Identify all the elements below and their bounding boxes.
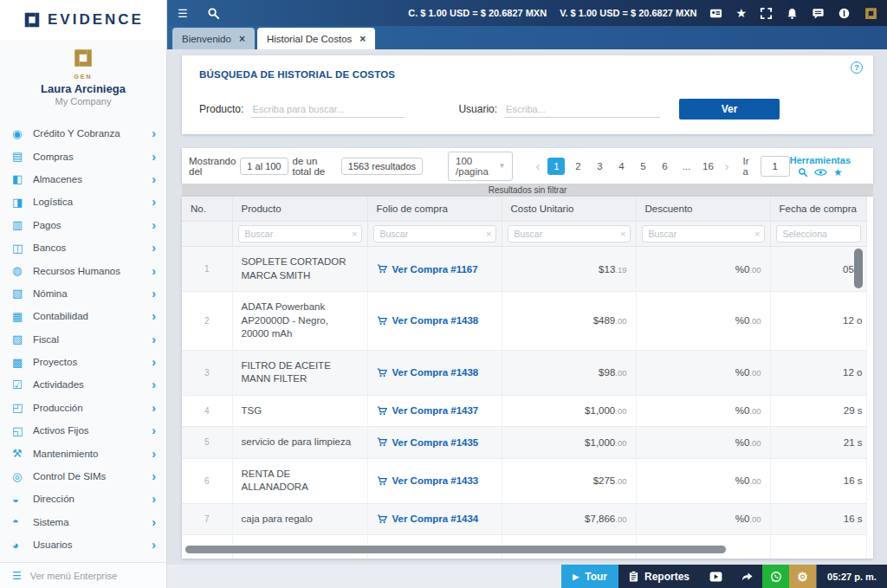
ver-compra-link[interactable]: Ver Compra #1433 — [377, 475, 493, 486]
sidebar-item-icon: ◫ — [12, 242, 33, 254]
sidebar-item[interactable]: ▩ Proyectos › — [0, 351, 166, 373]
favorites-star-icon[interactable]: ★ — [735, 7, 747, 19]
sidebar-item[interactable]: ◒ Dirección › — [0, 488, 166, 510]
sidebar-footer[interactable]: ☰ Ver menú Enterprise — [0, 562, 166, 588]
reportes-button[interactable]: Reportes — [618, 565, 700, 588]
hamburger-menu-icon[interactable]: ☰ — [178, 7, 188, 20]
sidebar: EVIDENCE GEN Laura Arciniega My Company … — [0, 0, 167, 588]
showing-range: 1 al 100 — [240, 158, 288, 175]
sidebar-item[interactable]: ◧ Almacenes › — [0, 168, 166, 191]
page-button[interactable]: 4 — [612, 158, 630, 175]
sidebar-item[interactable]: ◰ Producción › — [0, 397, 166, 419]
sidebar-item[interactable]: ▨ Fiscal › — [0, 328, 166, 351]
messages-chat-icon[interactable] — [812, 7, 825, 20]
page-button[interactable]: 6 — [656, 158, 673, 175]
filter-descuento-input[interactable] — [642, 225, 765, 242]
date-cell: 16 s — [770, 535, 866, 559]
folio-cell: Ver Compra #1437 — [367, 395, 502, 427]
clear-filter-icon[interactable]: × — [486, 229, 491, 239]
table-row: 3 FILTRO DE ACEITE MANN FILTER Ver Compr… — [182, 350, 866, 395]
tools-star-icon[interactable]: ★ — [833, 167, 843, 178]
sidebar-item-label: Usuarios — [33, 540, 152, 550]
ver-compra-link[interactable]: Ver Compra #1434 — [377, 514, 493, 524]
producto-input[interactable] — [250, 101, 405, 118]
sidebar-item-label: Sistema — [33, 517, 152, 527]
page-button[interactable]: 1 — [547, 158, 565, 175]
sidebar-item[interactable]: ◎ Control De SIMs › — [0, 465, 166, 488]
page-button[interactable]: 2 — [569, 158, 586, 175]
table-header-row: No. Producto Folio de compra Costo Unita… — [182, 197, 866, 222]
clear-filter-icon[interactable]: × — [352, 229, 357, 239]
search-icon[interactable] — [207, 7, 220, 20]
sidebar-item[interactable]: ◉ Crédito Y Cobranza › — [0, 122, 166, 145]
chevron-right-icon: › — [152, 401, 156, 415]
per-page-select[interactable]: 100 /pagina ▼ — [448, 152, 513, 181]
tools-search-icon[interactable] — [798, 167, 808, 178]
filter-producto-input[interactable] — [238, 225, 362, 242]
page-button[interactable]: 16 — [699, 158, 716, 175]
usuario-input[interactable] — [504, 101, 660, 118]
help-icon[interactable]: ? — [851, 61, 863, 74]
tab[interactable]: Bienvenido × — [172, 28, 255, 49]
chevron-right-icon: › — [152, 172, 156, 186]
sidebar-item[interactable]: ◨ Logística › — [0, 191, 166, 213]
notifications-bell-icon[interactable] — [786, 7, 799, 20]
goto-page-input[interactable] — [761, 156, 790, 177]
tab-label: Bienvenido — [182, 34, 231, 44]
ver-compra-link[interactable]: Ver Compra #1435 — [377, 437, 493, 448]
date-cell: 05 o — [770, 247, 866, 292]
prev-page-icon[interactable]: ‹ — [532, 158, 543, 173]
sidebar-item-label: Recursos Humanos — [33, 266, 152, 276]
tools-view-icon[interactable] — [814, 167, 827, 178]
page-button[interactable]: 3 — [591, 158, 608, 175]
col-folio: Folio de compra — [367, 197, 502, 222]
sidebar-item-label: Control De SIMs — [33, 471, 152, 481]
ver-button[interactable]: Ver — [679, 99, 780, 120]
sidebar-item[interactable]: ⚒ Mantenimiento › — [0, 442, 166, 464]
clear-filter-icon[interactable]: × — [620, 229, 625, 239]
sidebar-item[interactable]: ◫ Bancos › — [0, 236, 166, 259]
sidebar-item[interactable]: ▧ Nómina › — [0, 282, 166, 305]
sidebar-item[interactable]: ☑ Actividades › — [0, 373, 166, 396]
date-cell: 12 o — [770, 350, 866, 395]
ver-compra-link[interactable]: Ver Compra #1438 — [377, 315, 493, 326]
sidebar-item[interactable]: ▦ Contabilidad › — [0, 305, 166, 327]
tab-close-icon[interactable]: × — [239, 33, 245, 45]
filter-folio-input[interactable] — [373, 225, 496, 242]
ver-compra-link[interactable]: Ver Compra #1438 — [377, 367, 493, 378]
showing-prefix: Mostrando del — [189, 156, 236, 177]
filter-fecha-input[interactable] — [776, 225, 861, 242]
sidebar-item[interactable]: ▥ Pagos › — [0, 214, 166, 236]
share-button[interactable] — [731, 565, 762, 588]
id-card-icon[interactable] — [709, 7, 722, 20]
folio-cell: Ver Compra #1433 — [367, 458, 502, 503]
sidebar-item[interactable]: ◓ Sistema › — [0, 511, 166, 533]
whatsapp-button[interactable] — [762, 565, 789, 588]
vertical-scrollbar-thumb[interactable] — [854, 249, 863, 288]
cost-cell: $1,000.00 — [502, 395, 636, 427]
sidebar-item[interactable]: ◍ Recursos Humanos › — [0, 259, 166, 281]
next-page-icon[interactable]: › — [721, 158, 732, 173]
producto-label: Producto: — [199, 103, 243, 115]
sidebar-item-icon: ▩ — [12, 357, 33, 368]
page-button[interactable]: 5 — [634, 158, 651, 175]
help-badge-icon[interactable] — [838, 7, 851, 20]
discount-cell: %0.00 — [636, 247, 770, 292]
ver-compra-link[interactable]: Ver Compra #1437 — [377, 405, 493, 416]
sidebar-item[interactable]: ▤ Compras › — [0, 145, 166, 167]
fullscreen-icon[interactable] — [760, 7, 773, 20]
clear-filter-icon[interactable]: × — [754, 229, 760, 239]
table-body: 1 SOPLETE CORTADOR MARCA SMITH Ver Compr… — [182, 247, 866, 559]
video-button[interactable] — [700, 565, 731, 588]
settings-button[interactable]: ⚙ — [789, 565, 816, 588]
ver-compra-link[interactable]: Ver Compra #1167 — [377, 264, 493, 275]
chevron-right-icon: › — [152, 241, 156, 255]
tab[interactable]: Historial De Costos × — [257, 28, 375, 49]
horizontal-scrollbar-thumb[interactable] — [185, 546, 726, 553]
sidebar-item[interactable]: ◕ Usuarios › — [0, 533, 166, 556]
tab-close-icon[interactable]: × — [359, 33, 366, 45]
page-button[interactable]: ... — [677, 158, 695, 175]
sidebar-item[interactable]: ◱ Activos Fijos › — [0, 419, 166, 442]
filter-costo-input[interactable] — [508, 225, 631, 242]
tour-button[interactable]: ▶ Tour — [561, 565, 618, 588]
